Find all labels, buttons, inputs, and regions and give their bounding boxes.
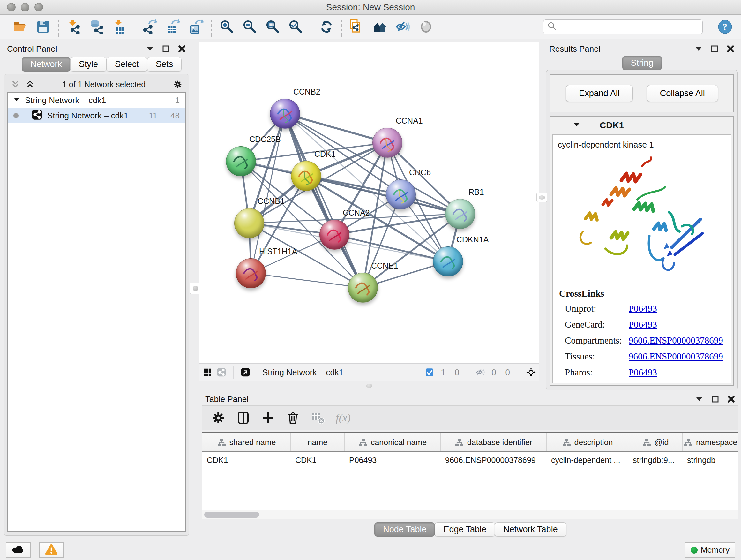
table-cell[interactable]: CDK1: [291, 452, 345, 469]
column-header-namespace[interactable]: namespace: [683, 433, 738, 451]
network-node-CCNB2[interactable]: [270, 99, 300, 129]
scrollbar-thumb[interactable]: [204, 512, 259, 517]
crosslink-link[interactable]: 9606.ENSP00000378699: [629, 351, 723, 362]
close-panel-icon[interactable]: [726, 394, 736, 404]
maximize-window-button[interactable]: [35, 3, 43, 11]
right-splitter-handle[interactable]: [536, 192, 547, 202]
close-panel-icon[interactable]: [726, 44, 735, 54]
selected-checkbox-icon[interactable]: [425, 368, 434, 377]
network-row[interactable]: String Network – cdk1 11 48: [8, 108, 185, 123]
column-header-database-identifier[interactable]: database identifier: [441, 433, 547, 451]
column-header-description[interactable]: description: [547, 433, 628, 451]
float-panel-icon[interactable]: [711, 394, 720, 404]
network-node-CDC6[interactable]: [386, 179, 416, 209]
expand-all-icon[interactable]: [25, 79, 35, 89]
network-node-CCNA1[interactable]: [373, 128, 402, 158]
expand-all-button[interactable]: Expand All: [566, 85, 633, 102]
crosslink-link[interactable]: 9606.ENSP00000378699: [629, 335, 723, 346]
export-image-button[interactable]: [186, 17, 206, 37]
table-cell[interactable]: CDK1: [202, 452, 291, 469]
network-collection-row[interactable]: String Network – cdk1 1: [8, 92, 185, 108]
horizontal-splitter[interactable]: [199, 381, 539, 390]
right-splitter[interactable]: [539, 39, 546, 390]
network-node-HIST1H1A[interactable]: [236, 258, 266, 288]
table-row[interactable]: CDK1CDK1P064939606.ENSP00000378699cyclin…: [202, 452, 738, 469]
table-cell[interactable]: cyclin-dependent ...: [547, 452, 628, 469]
table-hscrollbar[interactable]: [202, 510, 738, 519]
cloud-button[interactable]: [6, 542, 30, 558]
home-button[interactable]: [370, 17, 390, 37]
minimize-window-button[interactable]: [21, 3, 29, 11]
export-table-button[interactable]: [163, 17, 183, 37]
tab-select[interactable]: Select: [106, 57, 147, 71]
import-database-button[interactable]: [87, 17, 107, 37]
collapse-all-button[interactable]: Collapse All: [647, 85, 718, 102]
column-visibility-button[interactable]: [235, 410, 251, 426]
close-panel-icon[interactable]: [177, 44, 187, 54]
help-button[interactable]: ?: [718, 19, 733, 35]
table-settings-button[interactable]: [211, 410, 226, 426]
section-collapse-icon[interactable]: [573, 120, 581, 131]
network-node-CDC25B[interactable]: [226, 146, 256, 176]
network-node-RB1[interactable]: [445, 199, 475, 229]
search-input[interactable]: [559, 22, 698, 32]
import-network-button[interactable]: [64, 17, 84, 37]
network-node-CCNB1[interactable]: [234, 208, 264, 238]
left-splitter[interactable]: [192, 39, 199, 540]
table-cell[interactable]: stringdb: [683, 452, 738, 469]
collapse-all-icon[interactable]: [10, 79, 20, 89]
add-column-button[interactable]: [260, 410, 276, 426]
tree-expand-icon[interactable]: [13, 96, 20, 105]
refresh-layout-button[interactable]: [317, 17, 336, 37]
tab-string[interactable]: String: [622, 56, 662, 70]
share-view-icon[interactable]: [217, 368, 226, 377]
column-header-shared-name[interactable]: shared name: [202, 433, 291, 451]
hide-results-button[interactable]: [393, 17, 413, 37]
cdk1-section-header[interactable]: CDK1: [550, 117, 733, 134]
search-box[interactable]: [543, 19, 703, 34]
tab-network-table[interactable]: Network Table: [495, 522, 566, 537]
table-cell[interactable]: 9606.ENSP00000378699: [441, 452, 547, 469]
network-options-gear-icon[interactable]: [173, 79, 183, 89]
memory-button[interactable]: Memory: [685, 542, 735, 558]
export-network-button[interactable]: [140, 17, 160, 37]
import-table-button[interactable]: [110, 17, 130, 37]
birdseye-view-icon[interactable]: [241, 368, 250, 377]
warning-button[interactable]: [39, 542, 64, 558]
tab-sets[interactable]: Sets: [147, 57, 182, 71]
zoom-in-button[interactable]: [217, 17, 237, 37]
close-window-button[interactable]: [7, 3, 16, 11]
collapse-panel-icon[interactable]: [694, 394, 704, 404]
column-header-canonical-name[interactable]: canonical name: [345, 433, 441, 451]
column-header-name[interactable]: name: [291, 433, 345, 451]
collapse-panel-icon[interactable]: [145, 44, 155, 54]
crosslink-link[interactable]: P06493: [629, 367, 657, 378]
network-canvas[interactable]: CCNB2CCNA1CDC25BCDK1CDC6RB1CCNB1CCNA2CDK…: [199, 43, 539, 363]
show-panel-button[interactable]: [416, 17, 436, 37]
tab-edge-table[interactable]: Edge Table: [434, 522, 495, 537]
float-panel-icon[interactable]: [161, 44, 171, 54]
zoom-selected-button[interactable]: [286, 17, 306, 37]
network-node-CDKN1A[interactable]: [433, 246, 463, 276]
network-node-CCNA2[interactable]: [320, 220, 349, 250]
table-cell[interactable]: P06493: [345, 452, 441, 469]
tab-style[interactable]: Style: [70, 57, 107, 71]
crosshair-icon[interactable]: [526, 368, 536, 377]
crosslink-link[interactable]: P06493: [629, 319, 657, 330]
zoom-fit-button[interactable]: [263, 17, 283, 37]
crosslink-link[interactable]: P06493: [629, 303, 657, 314]
delete-column-button[interactable]: [285, 410, 300, 426]
table-cell[interactable]: stringdb:9...: [628, 452, 683, 469]
tab-node-table[interactable]: Node Table: [374, 522, 435, 537]
network-node-CCNE1[interactable]: [348, 273, 378, 303]
float-panel-icon[interactable]: [710, 44, 719, 54]
column-header-@id[interactable]: @id: [628, 433, 683, 451]
open-session-button[interactable]: [10, 17, 30, 37]
tab-network[interactable]: Network: [22, 57, 71, 71]
grid-view-icon[interactable]: [203, 368, 212, 377]
network-node-CDK1[interactable]: [291, 161, 321, 191]
zoom-out-button[interactable]: [240, 17, 260, 37]
save-session-button[interactable]: [33, 17, 53, 37]
collapse-panel-icon[interactable]: [694, 44, 703, 54]
open-document-button[interactable]: [347, 17, 367, 37]
